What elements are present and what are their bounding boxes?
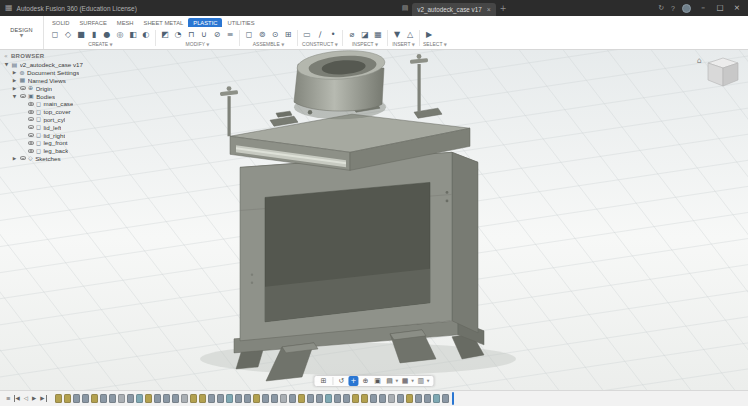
timeline-feature-feature[interactable] bbox=[244, 394, 252, 404]
visibility-eye-icon[interactable] bbox=[28, 149, 34, 153]
timeline-feature-plane[interactable] bbox=[433, 394, 441, 404]
tree-expand-icon[interactable]: ▼ bbox=[12, 94, 17, 99]
tab-plastic[interactable]: PLASTIC bbox=[188, 18, 222, 27]
timeline-feature-sketch[interactable] bbox=[253, 394, 261, 404]
app-menu-icon[interactable]: ▦ bbox=[5, 4, 13, 12]
timeline-feature-sketch[interactable] bbox=[406, 394, 414, 404]
timeline-feature-feature[interactable] bbox=[334, 394, 342, 404]
timeline-feature-sketch[interactable] bbox=[352, 394, 360, 404]
fit-icon[interactable]: ▣ bbox=[372, 376, 382, 386]
timeline-feature-feature[interactable] bbox=[172, 394, 180, 404]
timeline-feature-feature[interactable] bbox=[424, 394, 432, 404]
visibility-eye-icon[interactable] bbox=[28, 133, 34, 137]
browser-item[interactable]: ◻lid_right bbox=[2, 131, 152, 139]
workspace-selector[interactable]: DESIGN ▼ bbox=[0, 16, 44, 49]
create-cylinder-icon[interactable]: ▮ bbox=[88, 29, 100, 41]
construction-point-icon[interactable]: • bbox=[327, 29, 339, 41]
create-torus-icon[interactable]: ◎ bbox=[114, 29, 126, 41]
visibility-eye-icon[interactable] bbox=[28, 125, 34, 129]
timeline-feature-sketch[interactable] bbox=[190, 394, 198, 404]
tab-sheet-metal[interactable]: SHEET METAL bbox=[139, 18, 189, 27]
job-status-icon[interactable]: ↻ bbox=[658, 5, 664, 12]
offset-face-icon[interactable]: ≡ bbox=[224, 29, 236, 41]
close-button[interactable]: × bbox=[732, 4, 742, 12]
timeline-feature-feature[interactable] bbox=[163, 394, 171, 404]
rigid-group-icon[interactable]: ⊞ bbox=[282, 29, 294, 41]
tab-list-icon[interactable]: ▤ bbox=[402, 4, 409, 12]
timeline-feature-feature[interactable] bbox=[208, 394, 216, 404]
pan-icon[interactable]: + bbox=[348, 376, 358, 386]
tab-utilities[interactable]: UTILITIES bbox=[222, 18, 259, 27]
combine-icon[interactable]: ∪ bbox=[198, 29, 210, 41]
toolbar-group-label[interactable]: ASSEMBLE ▼ bbox=[243, 41, 294, 48]
browser-item[interactable]: ◻main_case bbox=[2, 100, 152, 108]
timeline-feature-feature[interactable] bbox=[109, 394, 117, 404]
measure-icon[interactable]: ⌀ bbox=[346, 29, 358, 41]
visibility-eye-icon[interactable] bbox=[28, 117, 34, 121]
insert-derive-icon[interactable]: ▼ bbox=[391, 29, 403, 41]
document-tab[interactable]: v2_autodeck_case v17 × bbox=[412, 3, 496, 16]
timeline-feature-feature[interactable] bbox=[316, 394, 324, 404]
timeline-feature-sketch[interactable] bbox=[298, 394, 306, 404]
new-component-icon[interactable]: ◻ bbox=[49, 29, 61, 41]
split-body-icon[interactable]: ⊘ bbox=[211, 29, 223, 41]
timeline-feature-sketch[interactable] bbox=[91, 394, 99, 404]
step-back-icon[interactable]: ◁ bbox=[23, 395, 29, 403]
timeline-feature-feature[interactable] bbox=[100, 394, 108, 404]
select-tool-icon[interactable]: ▶ bbox=[423, 29, 435, 41]
skip-end-icon[interactable]: ▶ bbox=[39, 395, 46, 403]
joint-icon[interactable]: ⊚ bbox=[256, 29, 268, 41]
browser-item[interactable]: ▼▤v2_autodeck_case v17 bbox=[2, 61, 152, 69]
insert-mesh-icon[interactable]: △ bbox=[404, 29, 416, 41]
tree-expand-icon[interactable]: ▶ bbox=[12, 70, 17, 75]
timeline-feature-plane[interactable] bbox=[325, 394, 333, 404]
timeline-feature-feature[interactable] bbox=[397, 394, 405, 404]
timeline-feature-feature[interactable] bbox=[127, 394, 135, 404]
visibility-eye-icon[interactable] bbox=[28, 141, 34, 145]
toolbar-group-label[interactable]: MODIFY ▼ bbox=[159, 41, 236, 48]
timeline-feature-feature[interactable] bbox=[217, 394, 225, 404]
viewports-icon[interactable]: ▥ bbox=[416, 376, 426, 386]
visibility-eye-icon[interactable] bbox=[28, 110, 34, 114]
browser-item[interactable]: ▶⊛Document Settings bbox=[2, 69, 152, 77]
display-settings-icon[interactable]: ▤ bbox=[384, 376, 394, 386]
timeline-feature-feature[interactable] bbox=[235, 394, 243, 404]
create-box-icon[interactable]: ■ bbox=[75, 29, 87, 41]
fillet-icon[interactable]: ◔ bbox=[172, 29, 184, 41]
viewport-canvas[interactable]: « BROWSER ▼▤v2_autodeck_case v17▶⊛Docume… bbox=[0, 50, 748, 390]
timeline-feature-joint[interactable] bbox=[181, 394, 189, 404]
timeline-feature-joint[interactable] bbox=[118, 394, 126, 404]
browser-item[interactable]: ▼▣Bodies bbox=[2, 92, 152, 100]
extrude-icon[interactable]: ◧ bbox=[127, 29, 139, 41]
section-analysis-icon[interactable]: ◪ bbox=[359, 29, 371, 41]
timeline-feature-sketch[interactable] bbox=[145, 394, 153, 404]
visibility-eye-icon[interactable] bbox=[20, 86, 26, 90]
timeline-feature-feature[interactable] bbox=[343, 394, 351, 404]
tab-solid[interactable]: SOLID bbox=[47, 18, 74, 27]
toolbar-group-label[interactable]: CONSTRUCT ▼ bbox=[301, 41, 339, 48]
browser-item[interactable]: ◻leg_back bbox=[2, 147, 152, 155]
grid-display-icon[interactable]: ⊞ bbox=[318, 376, 328, 386]
user-avatar[interactable] bbox=[682, 4, 691, 13]
timeline-feature-sketch[interactable] bbox=[199, 394, 207, 404]
help-icon[interactable]: ? bbox=[671, 5, 675, 12]
construction-axis-icon[interactable]: ∕ bbox=[314, 29, 326, 41]
visibility-eye-icon[interactable] bbox=[28, 102, 34, 106]
timeline-feature-sketch[interactable] bbox=[55, 394, 63, 404]
browser-collapse-icon[interactable]: « bbox=[4, 52, 8, 59]
offset-plane-icon[interactable]: ▭ bbox=[301, 29, 313, 41]
tree-expand-icon[interactable]: ▶ bbox=[12, 78, 17, 83]
browser-item[interactable]: ◻port_cyl bbox=[2, 116, 152, 124]
skip-start-icon[interactable]: ◀ bbox=[14, 395, 21, 403]
timeline-feature-feature[interactable] bbox=[415, 394, 423, 404]
timeline-feature-plane[interactable] bbox=[136, 394, 144, 404]
browser-item[interactable]: ▶◇Sketches bbox=[2, 155, 152, 163]
timeline-feature-feature[interactable] bbox=[82, 394, 90, 404]
play-icon[interactable]: ▶ bbox=[31, 395, 37, 403]
document-tab-close-icon[interactable]: × bbox=[487, 6, 491, 13]
toolbar-group-label[interactable]: INSERT ▼ bbox=[391, 41, 416, 48]
toolbar-group-label[interactable]: INSPECT ▼ bbox=[346, 41, 384, 48]
timeline-feature-joint[interactable] bbox=[280, 394, 288, 404]
tab-surface[interactable]: SURFACE bbox=[74, 18, 111, 27]
grid-settings-icon[interactable]: ▦ bbox=[400, 376, 410, 386]
